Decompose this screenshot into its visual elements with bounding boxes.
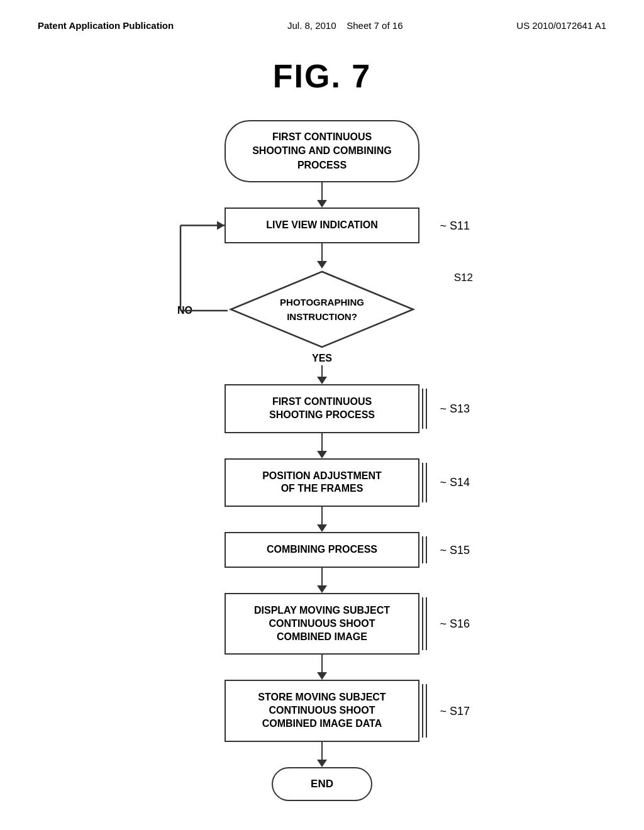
svg-marker-0 <box>231 272 413 347</box>
arrow-s11-s12 <box>317 243 327 268</box>
s14-node: POSITION ADJUSTMENTOF THE FRAMES <box>225 458 419 507</box>
figure-title-text: FIG. 7 <box>273 58 371 94</box>
s12-diamond-container: PHOTOGRAPHING INSTRUCTION? S12 NO <box>228 268 416 353</box>
end-node-row: END <box>272 767 372 801</box>
s16-node: DISPLAY MOVING SUBJECTCONTINUOUS SHOOTCO… <box>225 593 419 655</box>
patent-number-text: US 2010/0172641 A1 <box>516 20 606 31</box>
s15-label: ~ S15 <box>440 543 470 556</box>
svg-text:INSTRUCTION?: INSTRUCTION? <box>287 311 357 322</box>
figure-title: FIG. 7 <box>0 57 644 95</box>
svg-text:PHOTOGRAPHING: PHOTOGRAPHING <box>280 297 364 307</box>
publication-label: Patent Application Publication <box>38 19 174 32</box>
s14-row: POSITION ADJUSTMENTOF THE FRAMES ~ S14 <box>225 458 419 507</box>
s14-label: ~ S14 <box>440 476 470 489</box>
s13-node: FIRST CONTINUOUSSHOOTING PROCESS <box>225 384 419 433</box>
end-node: END <box>272 767 372 801</box>
start-node: FIRST CONTINUOUSSHOOTING AND COMBININGPR… <box>225 120 419 182</box>
yes-label: YES <box>312 353 332 364</box>
s11-row: LIVE VIEW INDICATION ~ S11 <box>225 208 419 243</box>
page-header: Patent Application Publication Jul. 8, 2… <box>0 0 644 38</box>
no-label: NO <box>177 305 192 316</box>
s12-diamond-svg: PHOTOGRAPHING INSTRUCTION? <box>228 268 416 350</box>
s17-row: STORE MOVING SUBJECTCONTINUOUS SHOOTCOMB… <box>225 680 419 741</box>
s13-row: FIRST CONTINUOUSSHOOTING PROCESS ~ S13 <box>225 384 419 433</box>
date-text: Jul. 8, 2010 <box>287 20 336 31</box>
s11-label: ~ S11 <box>440 219 470 232</box>
arrow-s16-s17 <box>317 655 327 680</box>
publication-text: Patent Application Publication <box>38 20 174 31</box>
s12-label: S12 <box>454 272 473 284</box>
s17-node: STORE MOVING SUBJECTCONTINUOUS SHOOTCOMB… <box>225 680 419 741</box>
s11-node: LIVE VIEW INDICATION <box>225 208 419 243</box>
s15-node: COMBINING PROCESS <box>225 532 419 568</box>
arrow-s13-s14 <box>317 433 327 458</box>
patent-number-label: US 2010/0172641 A1 <box>516 19 606 32</box>
s17-label: ~ S17 <box>440 704 470 717</box>
start-node-row: FIRST CONTINUOUSSHOOTING AND COMBININGPR… <box>225 120 419 182</box>
s16-row: DISPLAY MOVING SUBJECTCONTINUOUS SHOOTCO… <box>225 593 419 655</box>
flowchart: FIRST CONTINUOUSSHOOTING AND COMBININGPR… <box>0 120 644 801</box>
s13-label: ~ S13 <box>440 402 470 415</box>
s12-row: PHOTOGRAPHING INSTRUCTION? S12 NO <box>38 268 606 353</box>
arrow-yes-s13 <box>317 365 327 384</box>
s15-row: COMBINING PROCESS ~ S15 <box>225 532 419 568</box>
arrow-s14-s15 <box>317 507 327 532</box>
arrow-s17-end <box>317 742 327 767</box>
arrow-s15-s16 <box>317 568 327 593</box>
yes-arrow-group: YES <box>312 353 332 384</box>
s16-label: ~ S16 <box>440 617 470 631</box>
date-sheet-label: Jul. 8, 2010 Sheet 7 of 16 <box>287 19 402 32</box>
arrow-start-s11 <box>317 182 327 208</box>
sheet-text: Sheet 7 of 16 <box>347 20 402 31</box>
